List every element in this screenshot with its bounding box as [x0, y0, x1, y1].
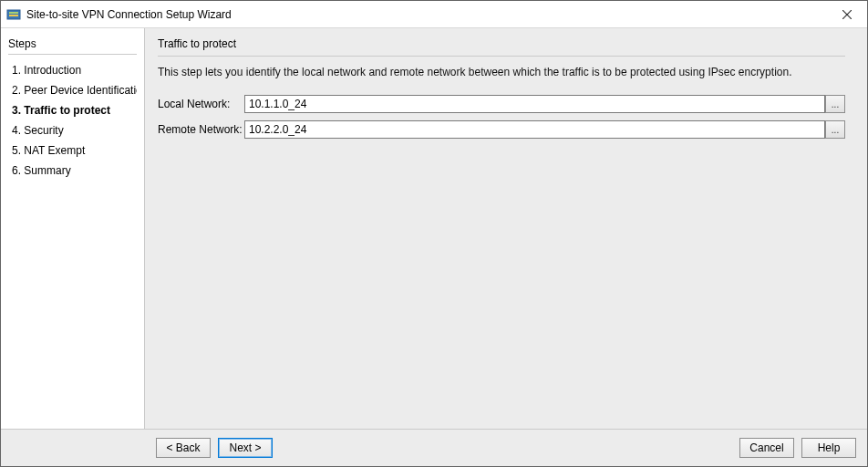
app-icon [6, 7, 21, 22]
content-title: Traffic to protect [158, 37, 845, 50]
content-panel: Traffic to protect This step lets you id… [145, 28, 867, 429]
sidebar-divider [8, 54, 137, 55]
footer-left-group: < Back Next > [156, 438, 273, 458]
svg-rect-2 [9, 15, 18, 16]
wizard-window: Site-to-site VPN Connection Setup Wizard… [0, 0, 868, 467]
content-divider [158, 56, 845, 57]
local-network-label: Local Network: [158, 98, 244, 110]
steps-heading: Steps [8, 37, 137, 50]
footer-right-group: Cancel Help [739, 438, 856, 458]
next-button[interactable]: Next > [218, 438, 273, 458]
cancel-button[interactable]: Cancel [739, 438, 794, 458]
step-traffic-to-protect[interactable]: 3. Traffic to protect [8, 100, 137, 120]
local-network-row: Local Network: ... [158, 95, 845, 113]
window-title: Site-to-site VPN Connection Setup Wizard [26, 8, 826, 21]
steps-sidebar: Steps 1. Introduction 2. Peer Device Ide… [1, 28, 145, 429]
svg-rect-1 [9, 12, 18, 14]
wizard-footer: < Back Next > Cancel Help [1, 430, 867, 466]
wizard-body: Steps 1. Introduction 2. Peer Device Ide… [1, 28, 867, 430]
remote-network-browse-button[interactable]: ... [825, 120, 845, 139]
step-peer-device[interactable]: 2. Peer Device Identificatio [8, 80, 137, 100]
step-nat-exempt[interactable]: 5. NAT Exempt [8, 140, 137, 161]
close-button[interactable] [826, 1, 867, 28]
local-network-browse-button[interactable]: ... [825, 95, 845, 113]
titlebar: Site-to-site VPN Connection Setup Wizard [1, 1, 867, 28]
step-summary[interactable]: 6. Summary [8, 161, 137, 181]
step-introduction[interactable]: 1. Introduction [8, 60, 137, 80]
step-security[interactable]: 4. Security [8, 120, 137, 140]
step-description: This step lets you identify the local ne… [158, 66, 845, 78]
remote-network-row: Remote Network: ... [158, 120, 845, 139]
back-button[interactable]: < Back [156, 438, 211, 458]
local-network-input[interactable] [244, 95, 825, 113]
remote-network-input[interactable] [244, 120, 825, 139]
close-icon [842, 10, 852, 19]
help-button[interactable]: Help [801, 438, 856, 458]
remote-network-label: Remote Network: [158, 123, 244, 136]
